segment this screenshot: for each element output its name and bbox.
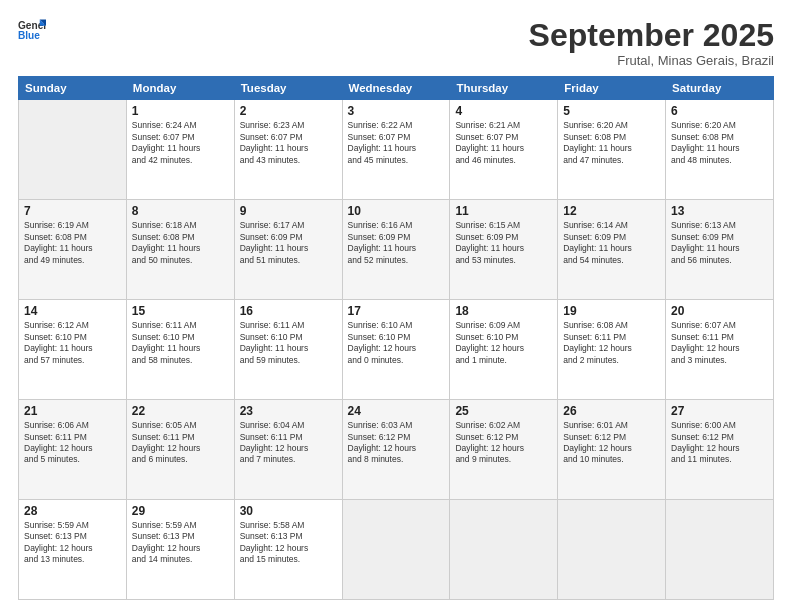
calendar-cell: 19Sunrise: 6:08 AMSunset: 6:11 PMDayligh… (558, 300, 666, 400)
calendar-cell: 14Sunrise: 6:12 AMSunset: 6:10 PMDayligh… (19, 300, 127, 400)
calendar-cell: 23Sunrise: 6:04 AMSunset: 6:11 PMDayligh… (234, 400, 342, 500)
calendar-cell: 2Sunrise: 6:23 AMSunset: 6:07 PMDaylight… (234, 100, 342, 200)
day-number: 7 (24, 204, 121, 218)
day-number: 4 (455, 104, 552, 118)
calendar-cell: 8Sunrise: 6:18 AMSunset: 6:08 PMDaylight… (126, 200, 234, 300)
calendar-cell: 7Sunrise: 6:19 AMSunset: 6:08 PMDaylight… (19, 200, 127, 300)
day-info: Sunrise: 6:23 AMSunset: 6:07 PMDaylight:… (240, 120, 337, 166)
day-info: Sunrise: 6:11 AMSunset: 6:10 PMDaylight:… (240, 320, 337, 366)
day-number: 28 (24, 504, 121, 518)
day-info: Sunrise: 6:15 AMSunset: 6:09 PMDaylight:… (455, 220, 552, 266)
day-info: Sunrise: 6:06 AMSunset: 6:11 PMDaylight:… (24, 420, 121, 466)
day-number: 23 (240, 404, 337, 418)
col-saturday: Saturday (666, 77, 774, 100)
day-number: 26 (563, 404, 660, 418)
day-info: Sunrise: 6:05 AMSunset: 6:11 PMDaylight:… (132, 420, 229, 466)
day-number: 14 (24, 304, 121, 318)
day-info: Sunrise: 5:59 AMSunset: 6:13 PMDaylight:… (132, 520, 229, 566)
calendar-cell: 26Sunrise: 6:01 AMSunset: 6:12 PMDayligh… (558, 400, 666, 500)
calendar-cell: 29Sunrise: 5:59 AMSunset: 6:13 PMDayligh… (126, 500, 234, 600)
calendar-cell (450, 500, 558, 600)
calendar-cell: 25Sunrise: 6:02 AMSunset: 6:12 PMDayligh… (450, 400, 558, 500)
col-tuesday: Tuesday (234, 77, 342, 100)
day-info: Sunrise: 6:10 AMSunset: 6:10 PMDaylight:… (348, 320, 445, 366)
calendar-week-4: 21Sunrise: 6:06 AMSunset: 6:11 PMDayligh… (19, 400, 774, 500)
calendar-cell: 30Sunrise: 5:58 AMSunset: 6:13 PMDayligh… (234, 500, 342, 600)
day-number: 11 (455, 204, 552, 218)
calendar-cell: 13Sunrise: 6:13 AMSunset: 6:09 PMDayligh… (666, 200, 774, 300)
calendar-cell: 6Sunrise: 6:20 AMSunset: 6:08 PMDaylight… (666, 100, 774, 200)
day-number: 24 (348, 404, 445, 418)
calendar-table: Sunday Monday Tuesday Wednesday Thursday… (18, 76, 774, 600)
day-info: Sunrise: 6:13 AMSunset: 6:09 PMDaylight:… (671, 220, 768, 266)
calendar-cell: 24Sunrise: 6:03 AMSunset: 6:12 PMDayligh… (342, 400, 450, 500)
col-monday: Monday (126, 77, 234, 100)
day-number: 9 (240, 204, 337, 218)
day-info: Sunrise: 6:00 AMSunset: 6:12 PMDaylight:… (671, 420, 768, 466)
day-number: 29 (132, 504, 229, 518)
day-info: Sunrise: 6:08 AMSunset: 6:11 PMDaylight:… (563, 320, 660, 366)
day-number: 18 (455, 304, 552, 318)
day-number: 10 (348, 204, 445, 218)
day-info: Sunrise: 6:01 AMSunset: 6:12 PMDaylight:… (563, 420, 660, 466)
logo: General Blue (18, 18, 46, 46)
calendar-cell: 10Sunrise: 6:16 AMSunset: 6:09 PMDayligh… (342, 200, 450, 300)
day-info: Sunrise: 6:22 AMSunset: 6:07 PMDaylight:… (348, 120, 445, 166)
day-info: Sunrise: 6:03 AMSunset: 6:12 PMDaylight:… (348, 420, 445, 466)
location: Frutal, Minas Gerais, Brazil (529, 53, 774, 68)
day-number: 19 (563, 304, 660, 318)
day-info: Sunrise: 6:11 AMSunset: 6:10 PMDaylight:… (132, 320, 229, 366)
calendar-cell (19, 100, 127, 200)
day-info: Sunrise: 5:58 AMSunset: 6:13 PMDaylight:… (240, 520, 337, 566)
day-number: 20 (671, 304, 768, 318)
calendar-cell: 20Sunrise: 6:07 AMSunset: 6:11 PMDayligh… (666, 300, 774, 400)
day-number: 3 (348, 104, 445, 118)
calendar-cell: 17Sunrise: 6:10 AMSunset: 6:10 PMDayligh… (342, 300, 450, 400)
day-info: Sunrise: 6:20 AMSunset: 6:08 PMDaylight:… (671, 120, 768, 166)
calendar-cell: 3Sunrise: 6:22 AMSunset: 6:07 PMDaylight… (342, 100, 450, 200)
calendar-week-3: 14Sunrise: 6:12 AMSunset: 6:10 PMDayligh… (19, 300, 774, 400)
calendar-cell: 15Sunrise: 6:11 AMSunset: 6:10 PMDayligh… (126, 300, 234, 400)
day-number: 8 (132, 204, 229, 218)
day-info: Sunrise: 6:20 AMSunset: 6:08 PMDaylight:… (563, 120, 660, 166)
col-friday: Friday (558, 77, 666, 100)
day-number: 12 (563, 204, 660, 218)
calendar-cell: 11Sunrise: 6:15 AMSunset: 6:09 PMDayligh… (450, 200, 558, 300)
day-number: 30 (240, 504, 337, 518)
calendar-cell: 22Sunrise: 6:05 AMSunset: 6:11 PMDayligh… (126, 400, 234, 500)
day-info: Sunrise: 6:12 AMSunset: 6:10 PMDaylight:… (24, 320, 121, 366)
calendar-cell: 12Sunrise: 6:14 AMSunset: 6:09 PMDayligh… (558, 200, 666, 300)
col-wednesday: Wednesday (342, 77, 450, 100)
day-number: 25 (455, 404, 552, 418)
calendar-cell: 4Sunrise: 6:21 AMSunset: 6:07 PMDaylight… (450, 100, 558, 200)
day-info: Sunrise: 6:17 AMSunset: 6:09 PMDaylight:… (240, 220, 337, 266)
calendar-cell: 21Sunrise: 6:06 AMSunset: 6:11 PMDayligh… (19, 400, 127, 500)
title-block: September 2025 Frutal, Minas Gerais, Bra… (529, 18, 774, 68)
page-header: General Blue September 2025 Frutal, Mina… (18, 18, 774, 68)
day-info: Sunrise: 5:59 AMSunset: 6:13 PMDaylight:… (24, 520, 121, 566)
calendar-cell: 27Sunrise: 6:00 AMSunset: 6:12 PMDayligh… (666, 400, 774, 500)
day-number: 21 (24, 404, 121, 418)
calendar-cell (342, 500, 450, 600)
calendar-cell: 5Sunrise: 6:20 AMSunset: 6:08 PMDaylight… (558, 100, 666, 200)
day-number: 22 (132, 404, 229, 418)
day-info: Sunrise: 6:09 AMSunset: 6:10 PMDaylight:… (455, 320, 552, 366)
day-info: Sunrise: 6:18 AMSunset: 6:08 PMDaylight:… (132, 220, 229, 266)
calendar-week-2: 7Sunrise: 6:19 AMSunset: 6:08 PMDaylight… (19, 200, 774, 300)
calendar-cell: 1Sunrise: 6:24 AMSunset: 6:07 PMDaylight… (126, 100, 234, 200)
day-number: 1 (132, 104, 229, 118)
calendar-cell: 28Sunrise: 5:59 AMSunset: 6:13 PMDayligh… (19, 500, 127, 600)
day-info: Sunrise: 6:04 AMSunset: 6:11 PMDaylight:… (240, 420, 337, 466)
day-number: 5 (563, 104, 660, 118)
svg-text:Blue: Blue (18, 30, 40, 41)
day-number: 17 (348, 304, 445, 318)
day-number: 2 (240, 104, 337, 118)
column-headers: Sunday Monday Tuesday Wednesday Thursday… (19, 77, 774, 100)
calendar-cell (558, 500, 666, 600)
day-info: Sunrise: 6:16 AMSunset: 6:09 PMDaylight:… (348, 220, 445, 266)
calendar-cell: 9Sunrise: 6:17 AMSunset: 6:09 PMDaylight… (234, 200, 342, 300)
calendar-week-1: 1Sunrise: 6:24 AMSunset: 6:07 PMDaylight… (19, 100, 774, 200)
logo-icon: General Blue (18, 18, 46, 46)
day-number: 13 (671, 204, 768, 218)
day-number: 6 (671, 104, 768, 118)
